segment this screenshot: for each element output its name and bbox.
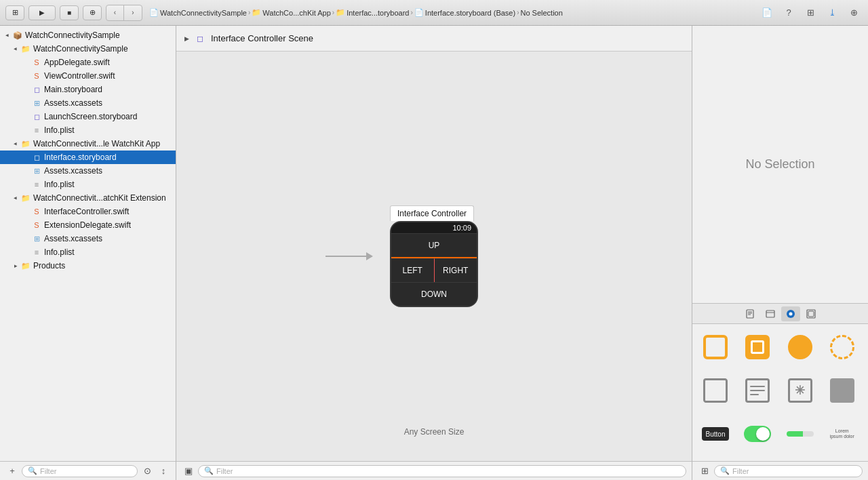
sidebar-item-root[interactable]: ▾ 📦 WatchConnectivitySample <box>0 28 176 42</box>
main-area: ▾ 📦 WatchConnectivitySample ▾ 📁 WatchCon… <box>0 26 868 480</box>
svg-rect-0 <box>747 310 753 318</box>
library-item-lorem[interactable]: Lorem ipsum dolor <box>823 415 861 453</box>
canvas-viewport[interactable]: Interface Controller 10:09 UP LEFT RIGHT <box>176 52 692 461</box>
disclosure-watchkit-ext[interactable]: ▾ <box>11 193 20 203</box>
bookmark-button[interactable]: ⤓ <box>823 5 841 20</box>
tab-object-library[interactable] <box>781 306 800 321</box>
library-item-toggle[interactable] <box>738 415 776 453</box>
sidebar-item-watchkit-app[interactable]: ▾ 📁 WatchConnectivit...le WatchKit App <box>0 137 176 151</box>
canvas-area: ▶ ◻ Interface Controller Scene Interface… <box>176 26 692 480</box>
watch-btn-up[interactable]: UP <box>391 233 477 258</box>
disclosure-watchkit-app[interactable]: ▾ <box>11 139 20 148</box>
breadcrumb-label-1[interactable]: WatchConnectivitySample <box>160 9 247 17</box>
library-item-image-group[interactable] <box>738 328 776 366</box>
disclosure-main[interactable]: ▾ <box>11 44 20 54</box>
arrow-head <box>366 252 373 260</box>
sidebar-item-watchkit-ext[interactable]: ▾ 📁 WatchConnectivit...atchKit Extension <box>0 191 176 205</box>
library-item-group[interactable] <box>696 328 734 366</box>
watch-btn-right-label: RIGHT <box>443 266 468 275</box>
watch-btn-left[interactable]: LEFT <box>391 258 435 282</box>
inner-square <box>751 340 764 354</box>
toolbar-right: 📄 ? ⊞ ⤓ ⊕ <box>758 5 863 20</box>
sidebar-label-assets3: Assets.xcassets <box>44 234 102 243</box>
sidebar-item-assets3[interactable]: ▾ ⊞ Assets.xcassets <box>0 232 176 245</box>
toolbar: ⊞ ▶ ■ ⊕ ‹ › 📄 WatchConnectivitySample › … <box>0 0 868 26</box>
sidebar-label-extdelegate: ExtensionDelegate.swift <box>44 220 131 230</box>
watch-btn-left-label: LEFT <box>403 266 422 275</box>
sidebar-item-interface-storyboard[interactable]: ▾ ◻ Interface.storyboard <box>0 151 176 164</box>
canvas-filter[interactable]: 🔍 Filter <box>198 465 686 477</box>
breadcrumb-item-4[interactable]: 📄 <box>414 8 424 17</box>
add-button[interactable]: ⊕ <box>845 5 863 20</box>
tab-media-library[interactable] <box>802 306 821 321</box>
library-item-separator[interactable]: ✳ <box>781 372 819 409</box>
sidebar-label-main: WatchConnectivitySample <box>33 44 128 54</box>
canvas-panel-button[interactable]: ▣ <box>182 464 195 478</box>
breadcrumb-label-3[interactable]: Interfac...toryboard <box>347 9 409 17</box>
library-item-placeholder[interactable] <box>823 328 861 366</box>
sidebar-item-products[interactable]: ▸ 📁 Products <box>0 259 176 273</box>
sidebar-label-assets1: Assets.xcassets <box>44 98 102 108</box>
sidebar-label-infoplist3: Info.plist <box>44 247 75 257</box>
library-filter[interactable]: 🔍 Filter <box>714 465 863 477</box>
add-file-sidebar-button[interactable]: + <box>5 464 19 478</box>
library-item-slider[interactable] <box>781 415 819 453</box>
add-file-button[interactable]: ⊕ <box>83 5 102 20</box>
filter-options-button[interactable]: ⊙ <box>140 464 154 478</box>
breadcrumb-label-2[interactable]: WatchCo...chKit App <box>262 9 330 17</box>
controller-label: Interface Controller <box>390 205 474 221</box>
folder-icon-main: 📁 <box>20 43 31 54</box>
watch-btn-right[interactable]: RIGHT <box>435 258 477 282</box>
help-button[interactable]: ? <box>780 5 797 20</box>
gray-line-3 <box>750 394 759 395</box>
library-item-label-list[interactable] <box>738 372 776 409</box>
sidebar-item-main-folder[interactable]: ▾ 📁 WatchConnectivitySample <box>0 42 176 56</box>
library-item-table[interactable] <box>696 372 734 409</box>
disclosure-products[interactable]: ▸ <box>11 261 20 271</box>
grid-view-button[interactable]: ⊞ <box>802 5 819 20</box>
inspector-tabs <box>692 304 868 324</box>
back-button[interactable]: ‹ <box>106 5 124 20</box>
separator-icon: ✳ <box>788 378 812 403</box>
scene-icon: ◻ <box>195 33 205 44</box>
disclosure-root[interactable]: ▾ <box>3 31 12 40</box>
sidebar-item-infoplist3[interactable]: ▾ ≡ Info.plist <box>0 245 176 259</box>
file-inspector-button[interactable]: 📄 <box>758 5 776 20</box>
breadcrumb-label-4[interactable]: Interface.storyboard (Base) <box>425 9 515 17</box>
breadcrumb-item-1[interactable]: 📄 <box>149 8 159 17</box>
sort-button[interactable]: ↕ <box>157 464 170 478</box>
storyboard-icon-2: ◻ <box>31 111 42 122</box>
sidebar-item-extensiondelegate[interactable]: ▾ S ExtensionDelegate.swift <box>0 218 176 232</box>
sidebar-item-infoplist1[interactable]: ▾ ≡ Info.plist <box>0 123 176 137</box>
sidebar-item-assets1[interactable]: ▾ ⊞ Assets.xcassets <box>0 96 176 110</box>
sidebar-item-interfacecontroller[interactable]: ▾ S InterfaceController.swift <box>0 205 176 218</box>
library-item-image[interactable] <box>823 372 861 409</box>
sidebar-item-appdelegate[interactable]: ▾ S AppDelegate.swift <box>0 56 176 69</box>
breadcrumb-item-3[interactable]: 📁 <box>336 8 345 17</box>
breadcrumb-label-5[interactable]: No Selection <box>520 9 562 17</box>
scene-disclosure-arrow[interactable]: ▶ <box>184 35 189 42</box>
filter-icon-canvas: 🔍 <box>204 466 214 475</box>
library-grid-button[interactable]: ⊞ <box>698 464 711 478</box>
sidebar-item-mainstoryboard[interactable]: ▾ ◻ Main.storyboard <box>0 83 176 96</box>
stop-button[interactable]: ■ <box>60 5 79 20</box>
sidebar-item-assets2[interactable]: ▾ ⊞ Assets.xcassets <box>0 164 176 178</box>
tab-quick-help[interactable] <box>761 306 780 321</box>
breadcrumb-item-2[interactable]: 📁 <box>252 8 261 17</box>
scheme-selector[interactable]: ▶ <box>28 5 56 20</box>
sidebar-item-launchscreen[interactable]: ▾ ◻ LaunchScreen.storyboard <box>0 110 176 123</box>
watch-btn-down[interactable]: DOWN <box>391 282 477 306</box>
tab-file-inspector[interactable] <box>741 306 760 321</box>
sidebar-item-viewcontroller[interactable]: ▾ S ViewController.swift <box>0 69 176 83</box>
library-item-button-dark[interactable]: Button <box>696 415 734 453</box>
svg-point-7 <box>789 312 792 315</box>
arrow-line <box>326 256 366 257</box>
entry-point-arrow <box>326 252 373 260</box>
library-item-button-circle[interactable] <box>781 328 819 366</box>
forward-button[interactable]: › <box>124 5 142 20</box>
sidebar-filter[interactable]: 🔍 Filter <box>22 465 138 477</box>
window-button[interactable]: ⊞ <box>5 5 24 20</box>
sidebar-item-infoplist2[interactable]: ▾ ≡ Info.plist <box>0 178 176 191</box>
nav-buttons: ‹ › <box>106 5 142 21</box>
sidebar-label-watchapp: WatchConnectivit...le WatchKit App <box>33 139 160 148</box>
